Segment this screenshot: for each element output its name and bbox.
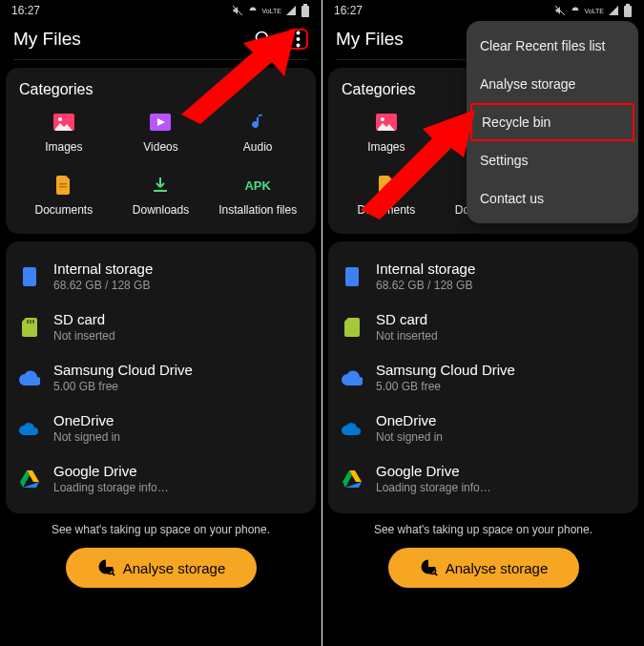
download-icon bbox=[151, 175, 170, 196]
svg-point-6 bbox=[296, 37, 300, 41]
category-documents[interactable]: Documents bbox=[15, 175, 113, 217]
analyse-storage-button[interactable]: Analyse storage bbox=[388, 548, 579, 588]
svg-point-28 bbox=[381, 117, 384, 121]
onedrive-icon bbox=[342, 418, 363, 439]
storage-google-drive[interactable]: Google Drive Loading storage info… bbox=[19, 453, 302, 504]
svg-rect-17 bbox=[32, 320, 34, 323]
phone-screen-right: 16:27 VoLTE My Files Categories Images bbox=[322, 0, 644, 646]
space-hint: See what's taking up space on your phone… bbox=[322, 523, 644, 536]
samsung-cloud-icon bbox=[19, 367, 40, 388]
google-drive-icon bbox=[342, 469, 363, 490]
category-audio[interactable]: Audio bbox=[209, 112, 306, 154]
storage-samsung-cloud[interactable]: Samsung Cloud Drive5.00 GB free bbox=[342, 352, 625, 403]
storage-samsung-cloud[interactable]: Samsung Cloud Drive 5.00 GB free bbox=[19, 352, 302, 403]
menu-contact-us[interactable]: Contact us bbox=[467, 179, 638, 218]
svg-point-7 bbox=[296, 44, 300, 48]
svg-line-4 bbox=[266, 42, 271, 47]
page-title: My Files bbox=[336, 29, 404, 50]
svg-rect-25 bbox=[624, 6, 632, 17]
audio-icon bbox=[249, 112, 266, 133]
categories-card: Categories Images Videos Audio bbox=[6, 68, 316, 234]
video-icon bbox=[150, 112, 171, 133]
category-videos[interactable]: Videos bbox=[113, 112, 210, 154]
document-icon bbox=[379, 175, 394, 196]
svg-rect-26 bbox=[626, 4, 630, 6]
image-icon bbox=[53, 112, 74, 133]
svg-rect-31 bbox=[345, 267, 359, 286]
svg-rect-14 bbox=[23, 267, 36, 286]
svg-rect-16 bbox=[30, 320, 31, 323]
svg-rect-15 bbox=[27, 320, 29, 323]
search-icon[interactable] bbox=[253, 29, 274, 50]
divider bbox=[13, 59, 308, 60]
svg-marker-33 bbox=[343, 470, 352, 488]
menu-clear-recent[interactable]: Clear Recent files list bbox=[467, 27, 638, 65]
svg-rect-13 bbox=[59, 186, 67, 188]
status-bar: 16:27 VoLTE bbox=[0, 0, 322, 21]
storage-sdcard[interactable]: SD card Not inserted bbox=[19, 302, 302, 352]
svg-rect-1 bbox=[301, 6, 309, 17]
space-hint: See what's taking up space on your phone… bbox=[0, 523, 322, 536]
image-icon bbox=[376, 112, 397, 133]
analyse-icon bbox=[419, 557, 438, 579]
category-installation-files[interactable]: APK Installation files bbox=[209, 175, 306, 217]
svg-point-3 bbox=[257, 32, 268, 44]
app-header: My Files bbox=[0, 21, 322, 59]
storage-internal[interactable]: Internal storage 68.62 GB / 128 GB bbox=[19, 251, 302, 302]
more-options-menu: Clear Recent files list Analyse storage … bbox=[467, 21, 638, 223]
status-icons: VoLTE bbox=[554, 4, 634, 17]
document-icon bbox=[56, 175, 72, 196]
storage-sdcard[interactable]: SD cardNot inserted bbox=[342, 302, 625, 352]
svg-line-22 bbox=[112, 573, 114, 575]
phone-storage-icon bbox=[19, 266, 40, 287]
storage-internal[interactable]: Internal storage68.62 GB / 128 GB bbox=[342, 251, 625, 302]
apk-icon: APK bbox=[244, 175, 270, 196]
storage-card: Internal storage68.62 GB / 128 GB SD car… bbox=[328, 241, 638, 513]
category-images[interactable]: Images bbox=[15, 112, 113, 154]
svg-rect-2 bbox=[303, 4, 307, 6]
page-title: My Files bbox=[13, 29, 81, 50]
header-actions bbox=[253, 29, 308, 50]
storage-onedrive[interactable]: OneDriveNot signed in bbox=[342, 403, 625, 453]
samsung-cloud-icon bbox=[342, 367, 363, 388]
google-drive-icon bbox=[19, 469, 40, 490]
menu-settings[interactable]: Settings bbox=[467, 141, 638, 179]
status-icons: VoLTE bbox=[232, 4, 311, 17]
phone-screen-left: 16:27 VoLTE My Files Categories bbox=[0, 0, 322, 646]
sdcard-icon bbox=[19, 317, 40, 338]
storage-google-drive[interactable]: Google DriveLoading storage info… bbox=[342, 453, 625, 504]
categories-title: Categories bbox=[15, 81, 306, 98]
svg-line-36 bbox=[434, 573, 437, 575]
menu-recycle-bin[interactable]: Recycle bin bbox=[470, 103, 634, 141]
storage-card: Internal storage 68.62 GB / 128 GB SD ca… bbox=[6, 241, 316, 513]
svg-marker-19 bbox=[20, 470, 30, 488]
svg-rect-12 bbox=[59, 183, 67, 185]
menu-analyse-storage[interactable]: Analyse storage bbox=[467, 65, 638, 103]
storage-onedrive[interactable]: OneDrive Not signed in bbox=[19, 403, 302, 453]
svg-point-5 bbox=[296, 31, 300, 35]
status-time: 16:27 bbox=[334, 4, 363, 17]
status-bar: 16:27 VoLTE bbox=[322, 0, 644, 21]
more-options-icon[interactable] bbox=[287, 29, 308, 50]
analyse-icon bbox=[96, 557, 115, 579]
status-time: 16:27 bbox=[11, 4, 40, 17]
phone-storage-icon bbox=[342, 266, 363, 287]
onedrive-icon bbox=[19, 418, 40, 439]
category-images[interactable]: Images bbox=[338, 112, 435, 154]
category-downloads[interactable]: Downloads bbox=[113, 175, 210, 217]
analyse-storage-button[interactable]: Analyse storage bbox=[66, 548, 257, 588]
category-documents[interactable]: Documents bbox=[338, 175, 435, 217]
sdcard-icon bbox=[342, 317, 363, 338]
svg-point-9 bbox=[58, 117, 62, 121]
